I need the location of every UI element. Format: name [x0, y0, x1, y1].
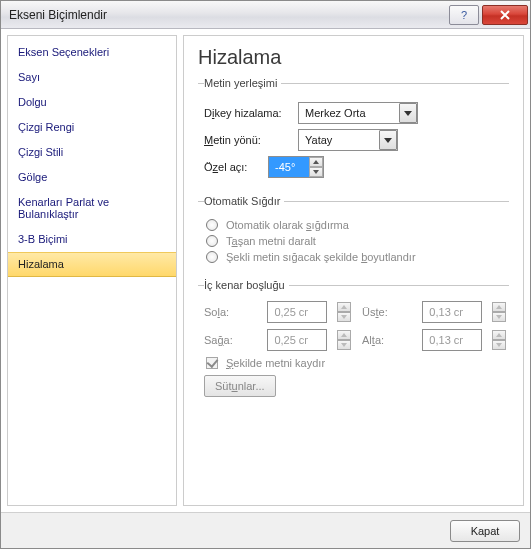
- margin-left-spinner: [267, 301, 352, 323]
- radio-no-autofit: Otomatik olarak sığdırma: [206, 219, 507, 231]
- window-title: Ekseni Biçimlendir: [9, 8, 107, 22]
- group-legend: Metin yerleşimi: [204, 77, 281, 89]
- custom-angle-label: Özel açı:: [204, 161, 262, 173]
- sidebar-item-label: Hizalama: [18, 258, 64, 270]
- group-text-layout: Metin yerleşimi Dikey hizalama: Metin yö…: [198, 77, 509, 187]
- sidebar-item-label: Çizgi Stili: [18, 146, 63, 158]
- margin-right-input: [267, 329, 327, 351]
- vertical-align-label: Dikey hizalama:: [204, 107, 292, 119]
- radio-icon: [206, 219, 218, 231]
- row-text-direction: Metin yönü:: [204, 129, 507, 151]
- svg-text:?: ?: [461, 9, 467, 21]
- radio-resize-shape: Şekli metin sığacak şekilde boyutlandır: [206, 251, 507, 263]
- group-inner-margin: İç kenar boşluğu Sola: Üste: Sağa:: [198, 279, 509, 401]
- group-autofit: Otomatik Sığdır Otomatik olarak sığdırma…: [198, 195, 509, 271]
- custom-angle-spinner[interactable]: [268, 156, 324, 178]
- sidebar-item-3d-format[interactable]: 3-B Biçimi: [8, 227, 176, 252]
- sidebar-item-fill[interactable]: Dolgu: [8, 90, 176, 115]
- checkbox-wrap-text: Şekilde metni kaydır: [206, 357, 507, 369]
- radio-icon: [206, 251, 218, 263]
- group-legend: İç kenar boşluğu: [204, 279, 289, 291]
- sidebar-item-label: Dolgu: [18, 96, 47, 108]
- radio-shrink-overflow: Taşan metni daralt: [206, 235, 507, 247]
- sidebar-item-glow[interactable]: Kenarları Parlat ve Bulanıklaştır: [8, 190, 176, 227]
- group-legend: Otomatik Sığdır: [204, 195, 284, 207]
- sidebar-item-label: 3-B Biçimi: [18, 233, 68, 245]
- sidebar-item-alignment[interactable]: Hizalama: [8, 252, 176, 277]
- help-button[interactable]: ?: [449, 5, 479, 25]
- margin-bottom-label: Alta:: [362, 334, 412, 346]
- spin-up-icon: [492, 302, 506, 312]
- sidebar-item-label: Eksen Seçenekleri: [18, 46, 109, 58]
- close-button-label: Kapat: [471, 525, 500, 537]
- spin-down-icon: [492, 312, 506, 322]
- spin-up-icon: [492, 330, 506, 340]
- sidebar-item-line-color[interactable]: Çizgi Rengi: [8, 115, 176, 140]
- spin-down-icon: [337, 340, 351, 350]
- content-area: Eksen Seçenekleri Sayı Dolgu Çizgi Rengi…: [1, 29, 530, 512]
- settings-pane: Hizalama Metin yerleşimi Dikey hizalama:…: [183, 35, 524, 506]
- row-vertical-align: Dikey hizalama:: [204, 102, 507, 124]
- dialog-body: Eksen Seçenekleri Sayı Dolgu Çizgi Rengi…: [1, 29, 530, 548]
- text-direction-select[interactable]: [298, 129, 398, 151]
- checkbox-icon: [206, 357, 218, 369]
- close-button[interactable]: Kapat: [450, 520, 520, 542]
- columns-button: Sütunlar...: [204, 375, 276, 397]
- margin-right-spinner: [267, 329, 352, 351]
- margin-left-input: [267, 301, 327, 323]
- window-close-button[interactable]: [482, 5, 528, 25]
- text-direction-label: Metin yönü:: [204, 134, 292, 146]
- sidebar-item-number[interactable]: Sayı: [8, 65, 176, 90]
- spin-up-icon: [337, 302, 351, 312]
- vertical-align-select[interactable]: [298, 102, 418, 124]
- sidebar-item-label: Gölge: [18, 171, 47, 183]
- sidebar-item-shadow[interactable]: Gölge: [8, 165, 176, 190]
- margin-grid: Sola: Üste: Sağa:: [204, 301, 507, 351]
- sidebar-item-label: Kenarları Parlat ve Bulanıklaştır: [18, 196, 109, 220]
- spin-up-icon[interactable]: [309, 157, 323, 167]
- margin-left-label: Sola:: [204, 306, 257, 318]
- dialog-window: Ekseni Biçimlendir ? Eksen Seçenekleri S…: [0, 0, 531, 549]
- margin-top-spinner: [422, 301, 507, 323]
- dialog-footer: Kapat: [1, 512, 530, 548]
- option-label: Taşan metni daralt: [226, 235, 316, 247]
- option-label: Şekli metin sığacak şekilde boyutlandır: [226, 251, 416, 263]
- sidebar-item-axis-options[interactable]: Eksen Seçenekleri: [8, 40, 176, 65]
- sidebar-item-label: Çizgi Rengi: [18, 121, 74, 133]
- option-label: Otomatik olarak sığdırma: [226, 219, 349, 231]
- spin-up-icon: [337, 330, 351, 340]
- margin-bottom-input: [422, 329, 482, 351]
- margin-right-label: Sağa:: [204, 334, 257, 346]
- sidebar-item-label: Sayı: [18, 71, 40, 83]
- row-custom-angle: Özel açı:: [204, 156, 507, 178]
- chevron-down-icon[interactable]: [399, 103, 417, 123]
- chevron-down-icon[interactable]: [379, 130, 397, 150]
- margin-top-label: Üste:: [362, 306, 412, 318]
- margin-bottom-spinner: [422, 329, 507, 351]
- margin-top-input: [422, 301, 482, 323]
- spin-down-icon: [337, 312, 351, 322]
- pane-title: Hizalama: [198, 46, 509, 69]
- option-label: Şekilde metni kaydır: [226, 357, 325, 369]
- title-bar: Ekseni Biçimlendir ?: [1, 1, 530, 29]
- radio-icon: [206, 235, 218, 247]
- sidebar-item-line-style[interactable]: Çizgi Stili: [8, 140, 176, 165]
- spin-down-icon: [492, 340, 506, 350]
- category-sidebar: Eksen Seçenekleri Sayı Dolgu Çizgi Rengi…: [7, 35, 177, 506]
- spin-down-icon[interactable]: [309, 167, 323, 177]
